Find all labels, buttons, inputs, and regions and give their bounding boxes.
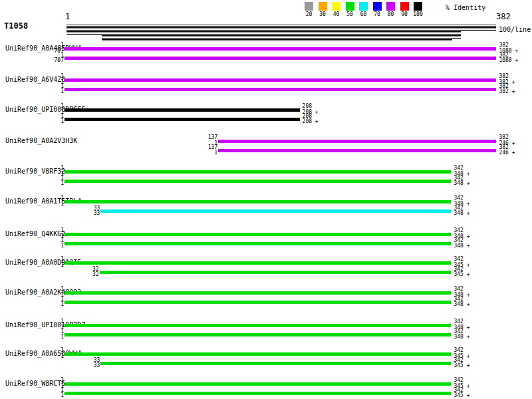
query-end-label: 342 bbox=[454, 196, 463, 201]
legend-bin-label: 20 bbox=[303, 12, 316, 17]
query-end-label: 382 bbox=[499, 43, 508, 48]
query-start-label: 1 bbox=[37, 228, 64, 233]
query-start-label: 137 bbox=[191, 135, 217, 140]
query-end-label: 342 bbox=[454, 348, 463, 353]
alignment-bar bbox=[65, 392, 451, 395]
query-start-label: 1 bbox=[37, 297, 64, 302]
subject-end-strand-label: 246 + bbox=[499, 150, 515, 156]
subject-start-label: 33 bbox=[73, 211, 100, 216]
query-start-label: 1 bbox=[37, 329, 64, 334]
legend-bin-label: 30 bbox=[316, 12, 329, 17]
alignment-bar bbox=[65, 57, 496, 60]
stripe-block-1 bbox=[66, 25, 496, 31]
subject-end-strand-label: 345 + bbox=[454, 272, 469, 277]
legend-swatch-60 bbox=[359, 2, 368, 11]
ruler-start-label: 1 bbox=[65, 13, 70, 21]
query-start-label: 1 bbox=[37, 104, 64, 109]
subject-start-label: 32 bbox=[72, 272, 99, 277]
legend-swatch-80 bbox=[386, 2, 395, 11]
query-end-label: 342 bbox=[454, 257, 463, 262]
ruler-end-label: 382 bbox=[496, 13, 511, 21]
stripe-block-4 bbox=[102, 39, 452, 42]
page-title: T1058 bbox=[4, 22, 28, 30]
query-end-label: 208 bbox=[303, 104, 312, 109]
subject-end-strand-label: 345 + bbox=[454, 393, 469, 398]
query-start-label: 1 bbox=[37, 196, 64, 201]
query-end-label: 382 bbox=[499, 135, 508, 140]
legend-bin-label: 90 bbox=[398, 12, 411, 17]
alignment-bar bbox=[65, 382, 451, 386]
query-start-label: 1 bbox=[37, 378, 64, 383]
query-start-label: 1 bbox=[37, 238, 64, 243]
legend-swatch-70 bbox=[373, 2, 382, 11]
subject-start-label: 1 bbox=[37, 334, 64, 340]
ruler-scale-label: 100/line bbox=[499, 27, 531, 33]
subject-start-label: 1 bbox=[37, 354, 64, 359]
query-start-label: 137 bbox=[191, 145, 217, 150]
query-end-label: 342 bbox=[454, 287, 463, 292]
legend-swatch-40 bbox=[332, 2, 340, 11]
alignment-bar bbox=[65, 291, 451, 295]
query-start-label: 1 bbox=[37, 348, 64, 353]
alignment-bar bbox=[65, 301, 451, 304]
query-start-label: 1 bbox=[37, 388, 64, 393]
alignment-coverage-plot: T1058 1 382 100/line 2030405060708090100… bbox=[0, 0, 532, 399]
subject-end-strand-label: 348 + bbox=[454, 211, 469, 216]
query-end-label: 342 bbox=[454, 228, 463, 233]
subject-start-label: 33 bbox=[73, 363, 100, 368]
subject-start-label: 1 bbox=[37, 89, 64, 94]
legend-swatch-90 bbox=[400, 2, 409, 11]
query-end-label: 382 bbox=[499, 74, 508, 79]
subject-start-label: 1 bbox=[37, 201, 64, 207]
query-start-label: 1 bbox=[37, 176, 64, 181]
subject-end-strand-label: 1088 + bbox=[499, 58, 518, 63]
legend-bin-label: 60 bbox=[357, 12, 370, 17]
legend-swatch-20 bbox=[305, 2, 313, 11]
subject-start-label: 1 bbox=[37, 263, 64, 268]
alignment-bar bbox=[65, 261, 451, 265]
subject-start-label: 1 bbox=[191, 150, 217, 156]
query-start-label: 1 bbox=[37, 287, 64, 292]
alignment-bar bbox=[100, 209, 451, 213]
subject-end-strand-label: 348 + bbox=[454, 243, 469, 249]
alignment-bar bbox=[65, 108, 300, 112]
legend-bin-label: 70 bbox=[370, 12, 384, 17]
query-start-label: 1 bbox=[37, 166, 64, 171]
alignment-bar bbox=[65, 324, 451, 327]
legend-swatch-50 bbox=[346, 2, 354, 11]
legend-title: % Identity bbox=[446, 5, 485, 11]
subject-start-label: 1 bbox=[37, 302, 64, 307]
subject-end-strand-label: 348 + bbox=[454, 181, 469, 186]
query-end-label: 342 bbox=[454, 378, 463, 383]
subject-end-strand-label: 208 + bbox=[303, 119, 319, 124]
legend-swatch-30 bbox=[319, 2, 327, 11]
alignment-bar bbox=[218, 149, 496, 152]
alignment-bar bbox=[65, 352, 451, 356]
legend-bin-label: 40 bbox=[330, 12, 343, 17]
subject-start-label: 707 bbox=[37, 58, 64, 63]
query-start-label: 1 bbox=[37, 319, 64, 325]
alignment-bar bbox=[65, 180, 451, 183]
legend-bin-label: 80 bbox=[384, 12, 398, 17]
query-start-label: 1 bbox=[37, 43, 64, 48]
subject-start-label: 1 bbox=[37, 119, 64, 124]
alignment-bar bbox=[65, 200, 451, 203]
query-start-label: 1 bbox=[37, 84, 64, 89]
query-start-label: 1 bbox=[37, 74, 64, 79]
alignment-bar bbox=[65, 233, 451, 236]
subject-end-strand-label: 345 + bbox=[454, 363, 469, 368]
query-start-label: 1 bbox=[37, 257, 64, 262]
subject-end-strand-label: 348 + bbox=[454, 334, 469, 340]
subject-start-label: 1 bbox=[37, 181, 64, 186]
alignment-bar bbox=[65, 170, 451, 174]
alignment-bar bbox=[100, 271, 452, 274]
alignment-bar bbox=[65, 242, 451, 245]
subject-start-label: 1 bbox=[37, 393, 64, 398]
alignment-bar bbox=[100, 362, 451, 365]
alignment-bar bbox=[65, 118, 300, 121]
alignment-bar bbox=[65, 88, 496, 91]
alignment-bar bbox=[65, 78, 496, 82]
alignment-bar bbox=[218, 140, 496, 143]
legend-bin-label: 50 bbox=[343, 12, 356, 17]
query-end-label: 342 bbox=[454, 166, 463, 171]
